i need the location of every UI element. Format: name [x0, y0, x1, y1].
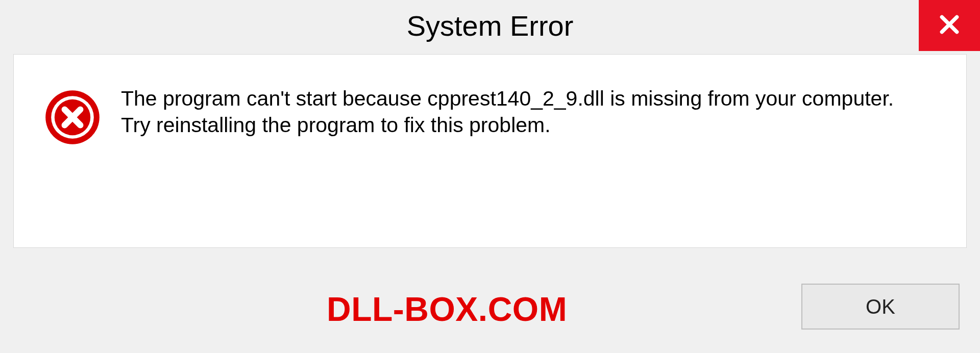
dialog-title: System Error	[407, 9, 574, 42]
close-icon	[938, 13, 961, 38]
error-circle-x-icon	[44, 89, 101, 145]
close-button[interactable]	[919, 0, 980, 51]
error-message: The program can't start because cpprest1…	[121, 85, 907, 139]
dialog-footer: DLL-BOX.COM OK	[0, 256, 980, 353]
ok-button[interactable]: OK	[801, 284, 960, 330]
dialog-body: The program can't start because cpprest1…	[13, 54, 967, 248]
titlebar: System Error	[0, 0, 980, 51]
watermark-text: DLL-BOX.COM	[327, 290, 567, 329]
